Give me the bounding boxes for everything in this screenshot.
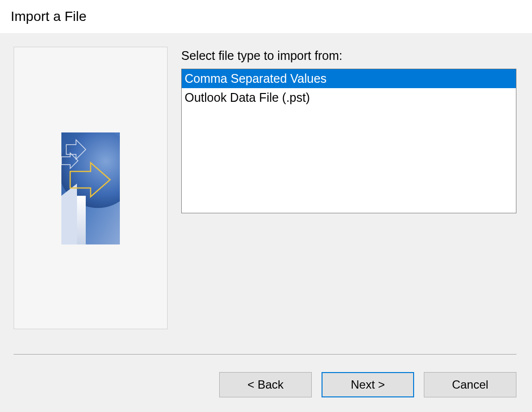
- file-type-option[interactable]: Outlook Data File (.pst): [182, 88, 516, 107]
- import-file-dialog: Import a File: [0, 0, 532, 412]
- cancel-button[interactable]: Cancel: [424, 372, 516, 397]
- content-columns: Select file type to import from: Comma S…: [14, 47, 516, 335]
- main-panel: Select file type to import from: Comma S…: [181, 47, 516, 335]
- dialog-title: Import a File: [0, 0, 532, 33]
- next-button[interactable]: Next >: [322, 372, 414, 397]
- import-arrows-icon: [61, 132, 120, 244]
- instruction-label: Select file type to import from:: [181, 49, 516, 63]
- back-button[interactable]: < Back: [219, 372, 312, 397]
- file-type-option[interactable]: Comma Separated Values: [182, 69, 516, 88]
- wizard-side-panel: [14, 47, 168, 329]
- button-row: < Back Next > Cancel: [14, 355, 516, 412]
- dialog-content: Select file type to import from: Comma S…: [0, 33, 532, 412]
- file-type-listbox[interactable]: Comma Separated ValuesOutlook Data File …: [181, 69, 516, 213]
